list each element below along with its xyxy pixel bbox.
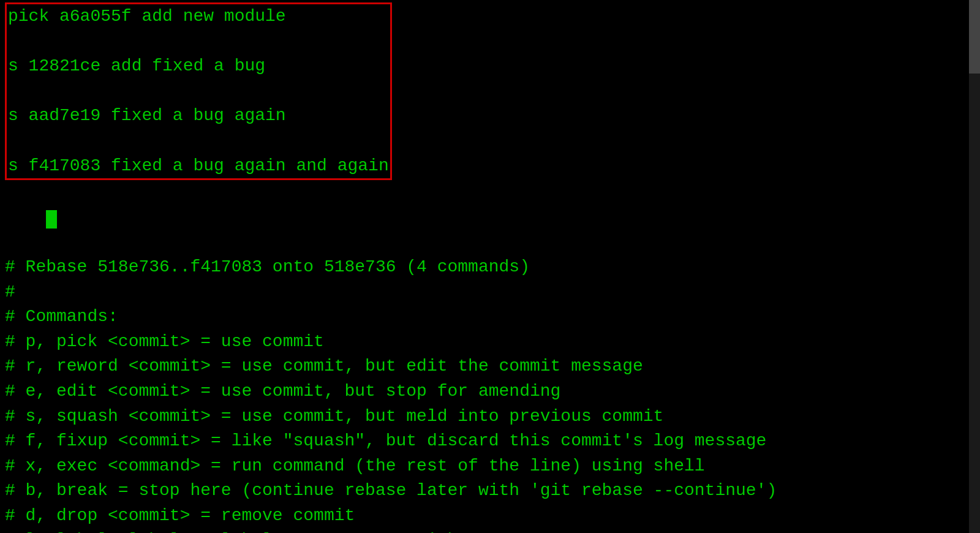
scrollbar[interactable] — [969, 0, 980, 533]
rebase-line-4: s f417083 fixed a bug again and again — [8, 154, 389, 179]
rebase-line-1: pick a6a055f add new module — [8, 4, 389, 29]
cursor-line — [5, 180, 975, 255]
comment-line-1: # Rebase 518e736..f417083 onto 518e736 (… — [5, 255, 975, 280]
comment-line-3: # Commands: — [5, 304, 975, 330]
comments-section: # Rebase 518e736..f417083 onto 518e736 (… — [5, 255, 975, 533]
scrollbar-thumb[interactable] — [969, 0, 980, 74]
terminal-cursor — [46, 210, 57, 229]
comment-line-9: # x, exec <command> = run command (the r… — [5, 454, 975, 479]
comment-line-2: # — [5, 280, 975, 305]
comment-line-5: # r, reword <commit> = use commit, but e… — [5, 354, 975, 379]
comment-line-10: # b, break = stop here (continue rebase … — [5, 478, 975, 504]
highlighted-section: pick a6a055f add new module s 12821ce ad… — [5, 2, 975, 180]
comment-line-12: # l, label <label> = label current HEAD … — [5, 528, 975, 533]
rebase-line-2: s 12821ce add fixed a bug — [8, 54, 389, 79]
highlight-box: pick a6a055f add new module s 12821ce ad… — [5, 2, 392, 180]
comment-line-7: # s, squash <commit> = use commit, but m… — [5, 404, 975, 429]
rebase-line-3: s aad7e19 fixed a bug again — [8, 104, 389, 129]
comment-line-6: # e, edit <commit> = use commit, but sto… — [5, 379, 975, 404]
comment-line-8: # f, fixup <commit> = like "squash", but… — [5, 429, 975, 454]
comment-line-4: # p, pick <commit> = use commit — [5, 330, 975, 355]
terminal-window: pick a6a055f add new module s 12821ce ad… — [0, 0, 980, 533]
comment-line-11: # d, drop <commit> = remove commit — [5, 504, 975, 529]
